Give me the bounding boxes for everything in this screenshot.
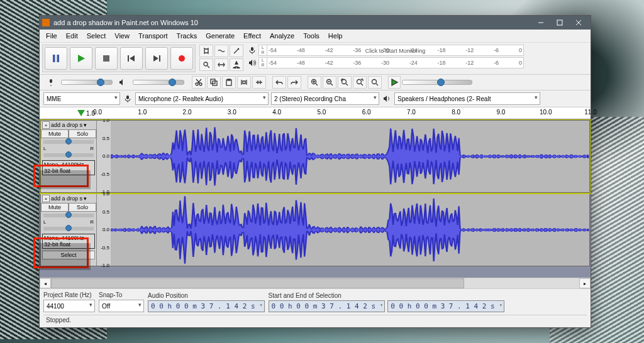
audio-position-field[interactable]: 0 0 h 0 0 m 3 7 . 1 4 2 s: [148, 300, 265, 312]
track-close-button[interactable]: ×: [42, 195, 50, 202]
app-window: add a drop shadow in Paint.net on Window…: [39, 15, 591, 328]
waveform[interactable]: [111, 121, 589, 192]
paste-icon[interactable]: [222, 76, 236, 89]
audio-track[interactable]: × add a drop s▾ Mute Solo LR Mono, 44100…: [40, 193, 590, 266]
titlebar[interactable]: add a drop shadow in Paint.net on Window…: [40, 16, 591, 30]
solo-button[interactable]: Solo: [69, 129, 96, 138]
scroll-thumb[interactable]: [51, 278, 464, 288]
gain-slider[interactable]: [43, 140, 94, 144]
menu-generate[interactable]: Generate: [202, 31, 238, 41]
waveform[interactable]: [111, 194, 589, 266]
menu-help[interactable]: Help: [325, 31, 347, 41]
gain-slider[interactable]: [43, 214, 94, 217]
solo-button[interactable]: Solo: [69, 203, 96, 212]
speaker-volume-icon: [118, 77, 128, 87]
redo-icon[interactable]: [287, 76, 301, 89]
close-button[interactable]: [569, 16, 588, 30]
menu-view[interactable]: View: [111, 31, 133, 41]
multi-tool-icon[interactable]: [230, 58, 243, 71]
speaker-meter-icon[interactable]: [247, 58, 257, 68]
menu-transport[interactable]: Transport: [135, 31, 172, 41]
fit-selection-icon[interactable]: [338, 76, 352, 89]
project-rate-combo[interactable]: 44100: [43, 300, 95, 312]
record-button[interactable]: [170, 47, 193, 70]
status-bar: Stopped.: [43, 315, 587, 325]
scroll-left-button[interactable]: ◂: [40, 278, 51, 288]
minimize-button[interactable]: [531, 16, 550, 30]
zoom-tool-icon[interactable]: [199, 58, 213, 71]
zoom-toggle-icon[interactable]: [368, 76, 382, 89]
menu-tools[interactable]: Tools: [299, 31, 323, 41]
svg-rect-28: [126, 95, 129, 99]
track-name[interactable]: add a drop s: [51, 195, 82, 202]
audio-position-label: Audio Position: [148, 292, 265, 299]
speaker-icon: [382, 94, 392, 104]
selection-end-field[interactable]: 0 0 h 0 0 m 3 7 . 1 4 2 s: [387, 300, 504, 312]
cut-icon[interactable]: [192, 76, 206, 89]
svg-point-26: [372, 80, 377, 84]
menu-effect[interactable]: Effect: [240, 31, 265, 41]
svg-rect-14: [251, 47, 253, 51]
mic-icon: [123, 94, 133, 104]
envelope-tool-icon[interactable]: [214, 45, 228, 57]
menu-file[interactable]: File: [42, 31, 61, 41]
audio-track[interactable]: × add a drop s▾ Mute Solo LR Mono, 44100…: [40, 120, 590, 193]
svg-marker-27: [392, 79, 397, 85]
scroll-right-button[interactable]: ▸: [579, 278, 591, 288]
silence-icon[interactable]: [252, 76, 266, 89]
copy-icon[interactable]: [207, 76, 221, 89]
recording-meter[interactable]: LR Click to Start Monitoring -54-48-42-3…: [258, 45, 524, 56]
horizontal-scrollbar[interactable]: ◂ ▸: [40, 278, 591, 288]
recording-volume-slider[interactable]: [61, 80, 113, 85]
selection-toolbar: Project Rate (Hz) 44100 Snap-To Off Audi…: [40, 288, 591, 327]
playback-meter[interactable]: LR -54-48-42-36-30-24-18-12-60: [258, 57, 524, 68]
stop-button[interactable]: [95, 47, 118, 70]
menu-tracks[interactable]: Tracks: [173, 31, 201, 41]
zoom-in-icon[interactable]: [308, 76, 321, 89]
selection-tool-icon[interactable]: [199, 45, 213, 57]
track-select-button[interactable]: Select: [42, 251, 95, 259]
pause-button[interactable]: [45, 47, 67, 70]
skip-end-button[interactable]: [145, 47, 168, 70]
track-close-button[interactable]: ×: [42, 121, 50, 129]
track-name[interactable]: add a drop s: [51, 122, 82, 128]
tools-toolbar: [199, 45, 243, 71]
mic-volume-icon: [46, 77, 56, 87]
playback-volume-slider[interactable]: [133, 80, 184, 85]
menubar: File Edit Select View Transport Tracks G…: [40, 30, 591, 43]
track-control-panel: × add a drop s▾ Mute Solo LR Mono, 44100…: [41, 194, 97, 266]
menu-analyze[interactable]: Analyze: [266, 31, 298, 41]
undo-icon[interactable]: [272, 76, 286, 89]
timeline-ruler[interactable]: 1.0 0.01.02.03.04.05.06.07.08.09.010.011…: [40, 107, 591, 119]
tracks-area: × add a drop s▾ Mute Solo LR Mono, 44100…: [40, 119, 591, 278]
maximize-button[interactable]: [550, 16, 569, 30]
track-format-info: Mono, 44100Hz 32-bit float: [42, 234, 95, 249]
project-rate-label: Project Rate (Hz): [43, 291, 95, 298]
play-at-speed-button[interactable]: [388, 76, 401, 89]
draw-tool-icon[interactable]: [230, 45, 243, 57]
playhead-icon[interactable]: [77, 110, 85, 116]
menu-select[interactable]: Select: [83, 31, 110, 41]
timeshift-tool-icon[interactable]: [214, 58, 228, 71]
snap-to-combo[interactable]: Off: [99, 300, 144, 312]
fit-project-icon[interactable]: [353, 76, 367, 89]
mute-button[interactable]: Mute: [41, 129, 69, 138]
pan-slider[interactable]: [43, 153, 94, 157]
selection-start-field[interactable]: 0 0 h 0 0 m 3 7 . 1 4 2 s: [269, 300, 386, 312]
skip-start-button[interactable]: [120, 47, 143, 70]
recording-channels-combo[interactable]: 2 (Stereo) Recording Cha: [271, 92, 379, 105]
playback-device-combo[interactable]: Speakers / Headphones (2- Realt: [394, 92, 540, 105]
trim-icon[interactable]: [237, 76, 251, 89]
pan-slider[interactable]: [43, 227, 94, 231]
zoom-out-icon[interactable]: [323, 76, 336, 89]
play-speed-slider[interactable]: [402, 80, 472, 85]
menu-edit[interactable]: Edit: [62, 31, 82, 41]
svg-rect-1: [557, 20, 562, 25]
mute-button[interactable]: Mute: [41, 203, 69, 212]
recording-device-combo[interactable]: Microphone (2- Realtek Audio): [135, 92, 269, 105]
audio-host-combo[interactable]: MME: [43, 92, 120, 105]
mic-meter-icon[interactable]: [247, 45, 257, 55]
play-button[interactable]: [70, 47, 92, 70]
svg-rect-8: [128, 55, 129, 62]
snap-to-label: Snap-To: [99, 291, 144, 298]
